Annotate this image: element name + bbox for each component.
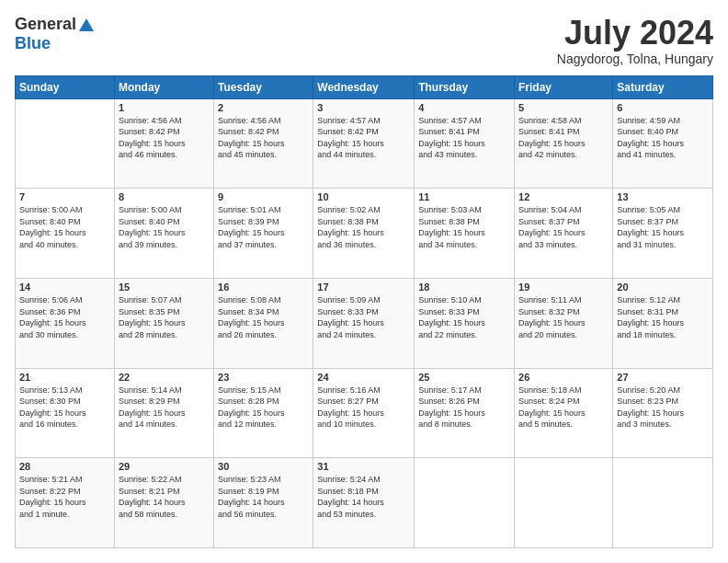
calendar-cell: 7Sunrise: 5:00 AM Sunset: 8:40 PM Daylig… bbox=[16, 189, 115, 279]
location-text: Nagydorog, Tolna, Hungary bbox=[557, 52, 713, 66]
day-info: Sunrise: 5:14 AM Sunset: 8:29 PM Dayligh… bbox=[119, 385, 210, 431]
day-info: Sunrise: 4:59 AM Sunset: 8:40 PM Dayligh… bbox=[617, 115, 709, 161]
day-number: 7 bbox=[19, 191, 110, 202]
day-number: 17 bbox=[317, 282, 410, 293]
calendar-cell: 8Sunrise: 5:00 AM Sunset: 8:40 PM Daylig… bbox=[114, 189, 213, 279]
day-number: 13 bbox=[617, 191, 709, 202]
day-number: 24 bbox=[317, 372, 410, 383]
calendar-table: Sunday Monday Tuesday Wednesday Thursday… bbox=[15, 75, 713, 548]
calendar-cell: 11Sunrise: 5:03 AM Sunset: 8:38 PM Dayli… bbox=[415, 189, 515, 279]
day-info: Sunrise: 4:56 AM Sunset: 8:42 PM Dayligh… bbox=[218, 115, 309, 161]
calendar-cell bbox=[415, 458, 515, 548]
calendar-cell: 17Sunrise: 5:09 AM Sunset: 8:33 PM Dayli… bbox=[313, 278, 415, 368]
header: General Blue July 2024 Nagydorog, Tolna,… bbox=[15, 15, 713, 66]
day-info: Sunrise: 5:00 AM Sunset: 8:40 PM Dayligh… bbox=[119, 204, 210, 250]
day-info: Sunrise: 5:17 AM Sunset: 8:26 PM Dayligh… bbox=[418, 385, 510, 431]
day-number: 30 bbox=[218, 461, 309, 472]
day-number: 16 bbox=[218, 282, 309, 293]
calendar-cell: 9Sunrise: 5:01 AM Sunset: 8:39 PM Daylig… bbox=[214, 189, 313, 279]
day-number: 18 bbox=[418, 282, 510, 293]
day-number: 10 bbox=[317, 191, 410, 202]
calendar-cell bbox=[16, 98, 115, 189]
calendar-cell: 26Sunrise: 5:18 AM Sunset: 8:24 PM Dayli… bbox=[515, 368, 613, 458]
day-info: Sunrise: 5:18 AM Sunset: 8:24 PM Dayligh… bbox=[518, 385, 609, 431]
day-number: 8 bbox=[119, 191, 210, 202]
day-number: 3 bbox=[317, 102, 410, 113]
day-info: Sunrise: 5:00 AM Sunset: 8:40 PM Dayligh… bbox=[19, 204, 110, 250]
calendar-cell: 24Sunrise: 5:16 AM Sunset: 8:27 PM Dayli… bbox=[313, 368, 415, 458]
day-number: 6 bbox=[617, 102, 709, 113]
col-tuesday: Tuesday bbox=[214, 75, 313, 98]
day-info: Sunrise: 5:13 AM Sunset: 8:30 PM Dayligh… bbox=[19, 385, 110, 431]
day-info: Sunrise: 5:16 AM Sunset: 8:27 PM Dayligh… bbox=[317, 385, 410, 431]
calendar-cell: 10Sunrise: 5:02 AM Sunset: 8:38 PM Dayli… bbox=[313, 189, 415, 279]
title-block: July 2024 Nagydorog, Tolna, Hungary bbox=[557, 15, 713, 66]
day-number: 15 bbox=[119, 282, 210, 293]
day-number: 20 bbox=[617, 282, 709, 293]
logo-blue-text: Blue bbox=[15, 34, 51, 53]
day-info: Sunrise: 5:09 AM Sunset: 8:33 PM Dayligh… bbox=[317, 294, 410, 340]
calendar-cell: 4Sunrise: 4:57 AM Sunset: 8:41 PM Daylig… bbox=[415, 98, 515, 189]
day-info: Sunrise: 4:56 AM Sunset: 8:42 PM Dayligh… bbox=[119, 115, 210, 161]
calendar-cell: 31Sunrise: 5:24 AM Sunset: 8:18 PM Dayli… bbox=[313, 458, 415, 548]
calendar-cell: 29Sunrise: 5:22 AM Sunset: 8:21 PM Dayli… bbox=[114, 458, 213, 548]
calendar-cell: 13Sunrise: 5:05 AM Sunset: 8:37 PM Dayli… bbox=[613, 189, 713, 279]
logo: General Blue bbox=[15, 15, 95, 53]
calendar-cell bbox=[613, 458, 713, 548]
svg-marker-0 bbox=[79, 18, 94, 31]
day-number: 11 bbox=[418, 191, 510, 202]
day-number: 12 bbox=[518, 191, 609, 202]
day-number: 23 bbox=[218, 372, 309, 383]
calendar-cell: 30Sunrise: 5:23 AM Sunset: 8:19 PM Dayli… bbox=[214, 458, 313, 548]
day-info: Sunrise: 5:10 AM Sunset: 8:33 PM Dayligh… bbox=[418, 294, 510, 340]
calendar-cell: 27Sunrise: 5:20 AM Sunset: 8:23 PM Dayli… bbox=[613, 368, 713, 458]
calendar-week-row-4: 28Sunrise: 5:21 AM Sunset: 8:22 PM Dayli… bbox=[16, 458, 713, 548]
day-info: Sunrise: 5:24 AM Sunset: 8:18 PM Dayligh… bbox=[317, 474, 410, 520]
col-friday: Friday bbox=[515, 75, 613, 98]
col-monday: Monday bbox=[114, 75, 213, 98]
day-info: Sunrise: 5:02 AM Sunset: 8:38 PM Dayligh… bbox=[317, 204, 410, 250]
col-saturday: Saturday bbox=[613, 75, 713, 98]
day-info: Sunrise: 5:20 AM Sunset: 8:23 PM Dayligh… bbox=[617, 385, 709, 431]
calendar-cell: 20Sunrise: 5:12 AM Sunset: 8:31 PM Dayli… bbox=[613, 278, 713, 368]
calendar-cell: 5Sunrise: 4:58 AM Sunset: 8:41 PM Daylig… bbox=[515, 98, 613, 189]
day-number: 5 bbox=[518, 102, 609, 113]
page: General Blue July 2024 Nagydorog, Tolna,… bbox=[0, 0, 728, 563]
logo-triangle-icon bbox=[78, 17, 95, 33]
day-number: 25 bbox=[418, 372, 510, 383]
day-info: Sunrise: 5:08 AM Sunset: 8:34 PM Dayligh… bbox=[218, 294, 309, 340]
day-number: 26 bbox=[518, 372, 609, 383]
calendar-cell: 28Sunrise: 5:21 AM Sunset: 8:22 PM Dayli… bbox=[16, 458, 115, 548]
calendar-cell: 16Sunrise: 5:08 AM Sunset: 8:34 PM Dayli… bbox=[214, 278, 313, 368]
day-info: Sunrise: 5:22 AM Sunset: 8:21 PM Dayligh… bbox=[119, 474, 210, 520]
day-number: 4 bbox=[418, 102, 510, 113]
day-number: 22 bbox=[119, 372, 210, 383]
day-info: Sunrise: 5:04 AM Sunset: 8:37 PM Dayligh… bbox=[518, 204, 609, 250]
calendar-cell bbox=[515, 458, 613, 548]
day-info: Sunrise: 4:58 AM Sunset: 8:41 PM Dayligh… bbox=[518, 115, 609, 161]
calendar-week-row-2: 14Sunrise: 5:06 AM Sunset: 8:36 PM Dayli… bbox=[16, 278, 713, 368]
calendar-week-row-0: 1Sunrise: 4:56 AM Sunset: 8:42 PM Daylig… bbox=[16, 98, 713, 189]
day-number: 2 bbox=[218, 102, 309, 113]
day-info: Sunrise: 5:03 AM Sunset: 8:38 PM Dayligh… bbox=[418, 204, 510, 250]
day-number: 19 bbox=[518, 282, 609, 293]
day-number: 9 bbox=[218, 191, 309, 202]
calendar-cell: 1Sunrise: 4:56 AM Sunset: 8:42 PM Daylig… bbox=[114, 98, 213, 189]
day-number: 31 bbox=[317, 461, 410, 472]
calendar-cell: 21Sunrise: 5:13 AM Sunset: 8:30 PM Dayli… bbox=[16, 368, 115, 458]
calendar-header-row: Sunday Monday Tuesday Wednesday Thursday… bbox=[16, 75, 713, 98]
calendar-cell: 12Sunrise: 5:04 AM Sunset: 8:37 PM Dayli… bbox=[515, 189, 613, 279]
day-info: Sunrise: 5:12 AM Sunset: 8:31 PM Dayligh… bbox=[617, 294, 709, 340]
calendar-cell: 22Sunrise: 5:14 AM Sunset: 8:29 PM Dayli… bbox=[114, 368, 213, 458]
calendar-week-row-1: 7Sunrise: 5:00 AM Sunset: 8:40 PM Daylig… bbox=[16, 189, 713, 279]
day-info: Sunrise: 5:06 AM Sunset: 8:36 PM Dayligh… bbox=[19, 294, 110, 340]
day-info: Sunrise: 4:57 AM Sunset: 8:42 PM Dayligh… bbox=[317, 115, 410, 161]
calendar-cell: 25Sunrise: 5:17 AM Sunset: 8:26 PM Dayli… bbox=[415, 368, 515, 458]
col-thursday: Thursday bbox=[415, 75, 515, 98]
day-info: Sunrise: 5:05 AM Sunset: 8:37 PM Dayligh… bbox=[617, 204, 709, 250]
calendar-cell: 19Sunrise: 5:11 AM Sunset: 8:32 PM Dayli… bbox=[515, 278, 613, 368]
col-wednesday: Wednesday bbox=[313, 75, 415, 98]
day-info: Sunrise: 5:07 AM Sunset: 8:35 PM Dayligh… bbox=[119, 294, 210, 340]
calendar-cell: 18Sunrise: 5:10 AM Sunset: 8:33 PM Dayli… bbox=[415, 278, 515, 368]
logo-general-text: General bbox=[15, 15, 76, 34]
